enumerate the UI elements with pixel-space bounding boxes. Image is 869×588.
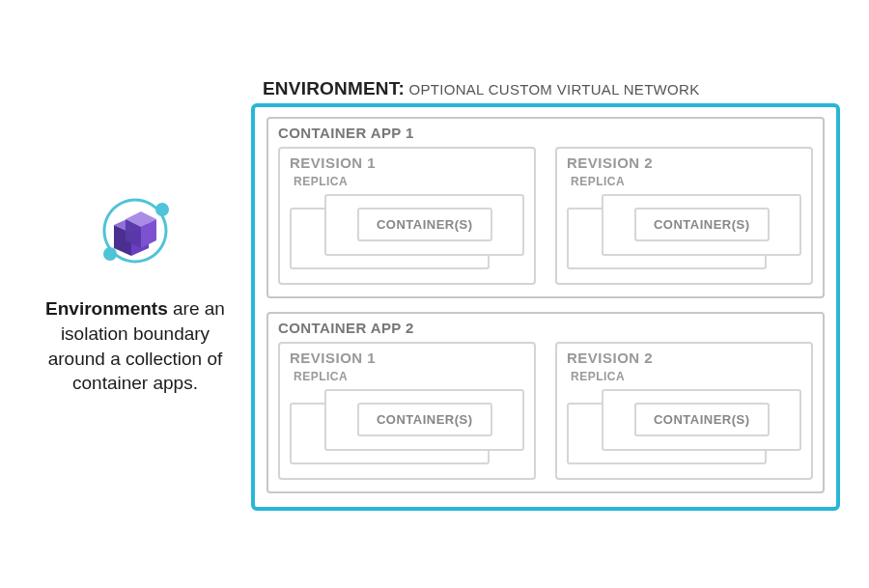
left-panel: Environments are an isolation boundary a… [19, 192, 251, 396]
replica-stack: CONTAINER(S) [567, 194, 801, 269]
environment-label: ENVIRONMENT: [263, 78, 405, 98]
container-app-box: CONTAINER APP 2 REVISION 1 REPLICA CONTA… [266, 312, 825, 493]
containers-box: CONTAINER(S) [357, 403, 492, 436]
replica-card-front: CONTAINER(S) [602, 389, 801, 451]
container-app-box: CONTAINER APP 1 REVISION 1 REPLICA CONTA… [266, 117, 825, 298]
environment-box: CONTAINER APP 1 REVISION 1 REPLICA CONTA… [251, 103, 840, 511]
caption-bold: Environments [45, 298, 168, 319]
replica-stack: CONTAINER(S) [290, 389, 524, 464]
containers-box: CONTAINER(S) [634, 208, 770, 241]
revision-title: REVISION 2 [567, 154, 801, 171]
svg-point-1 [103, 247, 117, 261]
replica-card-front: CONTAINER(S) [602, 194, 801, 256]
svg-point-0 [155, 203, 169, 216]
revisions-row: REVISION 1 REPLICA CONTAINER(S) REVISION… [278, 342, 813, 480]
environment-sublabel: OPTIONAL CUSTOM VIRTUAL NETWORK [405, 81, 699, 98]
caption-text: Environments are an isolation boundary a… [37, 296, 234, 396]
containers-box: CONTAINER(S) [357, 208, 492, 241]
revision-box: REVISION 1 REPLICA CONTAINER(S) [278, 147, 536, 285]
revision-title: REVISION 1 [290, 154, 524, 171]
container-app-title: CONTAINER APP 2 [278, 320, 813, 336]
revision-title: REVISION 2 [567, 350, 801, 366]
container-app-title: CONTAINER APP 1 [278, 125, 813, 141]
replica-label: REPLICA [567, 370, 801, 383]
replica-stack: CONTAINER(S) [290, 194, 524, 269]
replica-label: REPLICA [290, 175, 524, 188]
containers-box: CONTAINER(S) [634, 403, 770, 436]
replica-card-front: CONTAINER(S) [324, 194, 524, 256]
revision-box: REVISION 2 REPLICA CONTAINER(S) [555, 342, 813, 480]
revision-title: REVISION 1 [290, 350, 524, 366]
revision-box: REVISION 2 REPLICA CONTAINER(S) [555, 147, 813, 285]
replica-label: REPLICA [567, 175, 801, 188]
replica-stack: CONTAINER(S) [567, 389, 801, 464]
replica-label: REPLICA [290, 370, 524, 383]
revisions-row: REVISION 1 REPLICA CONTAINER(S) REVISION… [278, 147, 813, 285]
diagram-panel: ENVIRONMENT: OPTIONAL CUSTOM VIRTUAL NET… [251, 78, 840, 511]
environment-title: ENVIRONMENT: OPTIONAL CUSTOM VIRTUAL NET… [251, 78, 840, 103]
revision-box: REVISION 1 REPLICA CONTAINER(S) [278, 342, 536, 480]
environment-icon [87, 192, 183, 269]
replica-card-front: CONTAINER(S) [324, 389, 524, 451]
